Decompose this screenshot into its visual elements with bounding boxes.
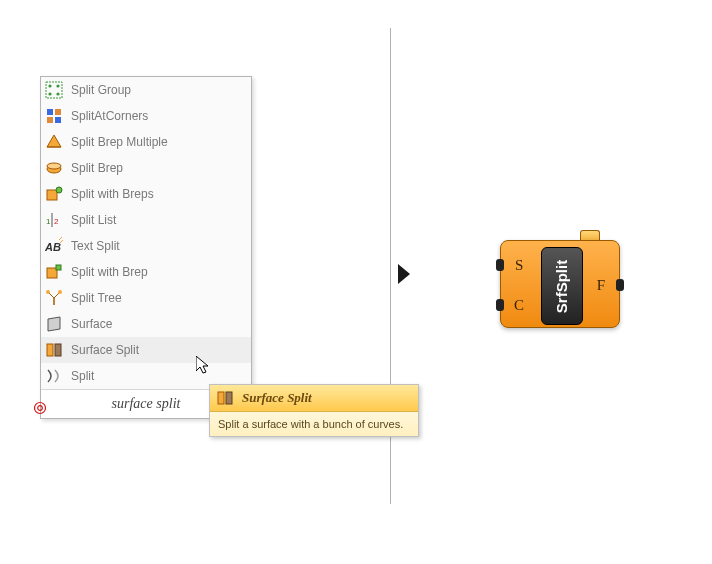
split-with-brep-icon [45, 263, 63, 281]
menu-item-label: Split with Breps [71, 187, 154, 201]
svg-point-28 [46, 290, 50, 294]
svg-point-37 [38, 406, 43, 411]
svg-rect-33 [218, 392, 224, 404]
input-grip-s[interactable] [496, 259, 504, 271]
menu-item-split-group[interactable]: Split Group [41, 77, 251, 103]
split-group-icon [45, 81, 63, 99]
menu-item-label: Split Tree [71, 291, 122, 305]
svg-rect-7 [55, 109, 61, 115]
menu-item-split-tree[interactable]: Split Tree [41, 285, 251, 311]
menu-item-split-with-brep[interactable]: Split with Brep [41, 259, 251, 285]
svg-marker-30 [48, 317, 60, 331]
menu-item-split-brep-multiple[interactable]: Split Brep Multiple [41, 129, 251, 155]
srfsplit-component[interactable]: S C F SrfSplit [500, 240, 620, 328]
output-grip-f[interactable] [616, 279, 624, 291]
svg-rect-32 [55, 344, 61, 356]
surface-split-icon [45, 341, 63, 359]
menu-item-label: Split Group [71, 83, 131, 97]
menu-item-split-with-breps[interactable]: Split with Breps [41, 181, 251, 207]
insertion-marker-icon [398, 264, 414, 287]
component-search-menu[interactable]: Split Group SplitAtCorners Split Brep Mu… [40, 76, 252, 419]
svg-point-3 [56, 84, 59, 87]
svg-point-36 [35, 403, 46, 414]
svg-point-15 [56, 187, 62, 193]
svg-point-13 [47, 163, 61, 169]
svg-text:2: 2 [54, 217, 59, 226]
menu-item-label: Split with Brep [71, 265, 148, 279]
menu-item-surface-split[interactable]: Surface Split [41, 337, 251, 363]
menu-item-label: SplitAtCorners [71, 109, 148, 123]
menu-item-split-list[interactable]: 12 Split List [41, 207, 251, 233]
input-label-s: S [515, 257, 523, 274]
svg-rect-1 [46, 82, 62, 98]
split-with-breps-icon [45, 185, 63, 203]
menu-item-label: Surface [71, 317, 112, 331]
svg-rect-6 [47, 109, 53, 115]
component-tooltip: Surface Split Split a surface with a bun… [209, 384, 419, 437]
svg-rect-9 [55, 117, 61, 123]
svg-text:A: A [45, 241, 53, 253]
menu-item-text-split[interactable]: AB Text Split [41, 233, 251, 259]
text-split-icon: AB [45, 237, 63, 255]
split-tree-icon [45, 289, 63, 307]
svg-rect-31 [47, 344, 53, 356]
menu-item-surface[interactable]: Surface [41, 311, 251, 337]
component-body[interactable]: S C F SrfSplit [500, 240, 620, 328]
search-text: surface split [112, 396, 181, 412]
split-brep-icon [45, 159, 63, 177]
output-label-f: F [597, 277, 605, 294]
svg-point-2 [48, 84, 51, 87]
svg-text:1: 1 [46, 217, 51, 226]
menu-item-split-at-corners[interactable]: SplitAtCorners [41, 103, 251, 129]
component-name-plate: SrfSplit [541, 247, 583, 325]
surface-icon [45, 315, 63, 333]
svg-marker-10 [47, 135, 61, 147]
split-brep-multiple-icon [45, 133, 63, 151]
menu-item-label: Split [71, 369, 94, 383]
split-list-icon: 12 [45, 211, 63, 229]
svg-line-21 [59, 237, 62, 240]
svg-point-5 [56, 92, 59, 95]
tooltip-description: Split a surface with a bunch of curves. [210, 412, 418, 436]
svg-point-4 [48, 92, 51, 95]
input-grip-c[interactable] [496, 299, 504, 311]
svg-rect-14 [47, 190, 57, 200]
svg-rect-24 [56, 265, 61, 270]
menu-item-split-brep[interactable]: Split Brep [41, 155, 251, 181]
menu-item-label: Split Brep [71, 161, 123, 175]
svg-rect-8 [47, 117, 53, 123]
menu-item-label: Surface Split [71, 343, 139, 357]
svg-point-29 [58, 290, 62, 294]
svg-text:B: B [53, 241, 61, 253]
menu-item-label: Text Split [71, 239, 120, 253]
component-name-label: SrfSplit [554, 259, 571, 312]
svg-rect-34 [226, 392, 232, 404]
input-label-c: C [514, 297, 524, 314]
menu-item-label: Split List [71, 213, 116, 227]
surface-split-icon [216, 389, 234, 407]
target-marker-icon [33, 401, 47, 415]
menu-item-label: Split Brep Multiple [71, 135, 168, 149]
split-icon [45, 367, 63, 385]
split-corners-icon [45, 107, 63, 125]
svg-marker-0 [398, 264, 410, 284]
tooltip-title: Surface Split [242, 390, 312, 406]
